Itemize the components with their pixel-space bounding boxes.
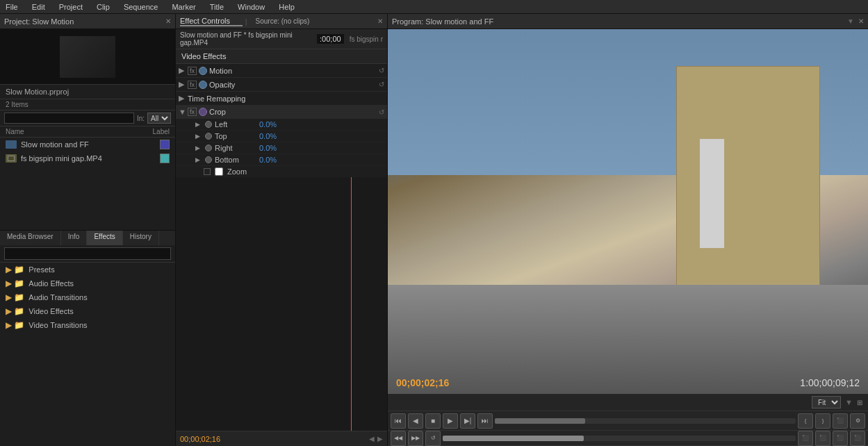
- ec-zoom-icon[interactable]: ▶: [377, 435, 383, 443]
- motion-expand-icon[interactable]: ▶: [179, 66, 186, 75]
- fit-select[interactable]: Fit: [812, 396, 841, 408]
- zoom-dropdown-icon[interactable]: ▼: [845, 398, 853, 406]
- menu-project[interactable]: Project: [56, 3, 85, 11]
- left-expand-icon[interactable]: ▶: [195, 121, 202, 128]
- video-effects-section-label: Video Effects: [176, 49, 387, 64]
- menu-window[interactable]: Window: [235, 3, 268, 11]
- time-remapping-row[interactable]: ▶ Time Remapping: [176, 92, 387, 106]
- stop-btn[interactable]: ■: [425, 413, 441, 429]
- effect-timeline-area: [176, 177, 387, 431]
- tab-effects[interactable]: Effects: [87, 231, 122, 245]
- effects-audio-effects[interactable]: ▶ 📁 Audio Effects: [0, 276, 175, 290]
- time-remap-expand-icon[interactable]: ▶: [179, 94, 186, 103]
- tab-history[interactable]: History: [123, 231, 159, 245]
- top-expand-icon[interactable]: ▶: [195, 133, 202, 140]
- effects-audio-transitions[interactable]: ▶ 📁 Audio Transitions: [0, 290, 175, 304]
- effects-video-transitions[interactable]: ▶ 📁 Video Transitions: [0, 318, 175, 332]
- opacity-effect-icon: [199, 81, 207, 89]
- ec-close-icon[interactable]: ✕: [377, 17, 383, 25]
- transport-progress-bar[interactable]: [495, 418, 796, 424]
- frame-back-btn[interactable]: ◀: [408, 413, 423, 429]
- effects-presets[interactable]: ▶ 📁 Presets: [0, 263, 175, 276]
- shuttle-left-btn[interactable]: ◀◀: [391, 431, 406, 446]
- crop-effect-name: Crop: [209, 108, 377, 116]
- menu-sequence[interactable]: Sequence: [121, 3, 161, 11]
- motion-effect-icon: [199, 67, 207, 75]
- left-property-row[interactable]: ▶ Left 0.0%: [176, 119, 387, 131]
- search-select[interactable]: All: [147, 113, 171, 124]
- menu-clip[interactable]: Clip: [94, 3, 113, 11]
- left-prop-value[interactable]: 0.0%: [259, 120, 277, 129]
- bottom-property-row[interactable]: ▶ Bottom 0.0%: [176, 154, 387, 166]
- safe-margins-icon[interactable]: ⊞: [857, 399, 862, 406]
- program-close-icon[interactable]: ✕: [858, 17, 864, 25]
- step-forward-btn[interactable]: ⏭: [477, 413, 493, 429]
- right-expand-icon[interactable]: ▶: [195, 144, 202, 151]
- effects-video-effects[interactable]: ▶ 📁 Video Effects: [0, 304, 175, 318]
- crop-effect-row[interactable]: ▼ fx Crop ↺: [176, 106, 387, 119]
- menu-file[interactable]: File: [3, 3, 21, 11]
- search-bar: In: All: [0, 110, 175, 126]
- in-point-btn[interactable]: {: [798, 413, 813, 429]
- shuttle-right-btn[interactable]: ▶▶: [408, 431, 423, 446]
- item-color-swatch-2: [160, 154, 170, 163]
- overwrite-btn[interactable]: ⬛: [815, 431, 830, 446]
- lift-btn[interactable]: ⬛: [833, 431, 848, 446]
- source-tab[interactable]: Source: (no clips): [250, 17, 316, 25]
- folder-icon-video: ▶ 📁: [6, 306, 24, 316]
- effects-search-input[interactable]: [4, 247, 171, 260]
- play-btn[interactable]: ▶: [443, 413, 458, 429]
- tab-media-browser[interactable]: Media Browser: [0, 231, 61, 245]
- export-btn[interactable]: ⬛: [833, 413, 848, 429]
- bottom-expand-icon[interactable]: ▶: [195, 156, 202, 163]
- opacity-expand-icon[interactable]: ▶: [179, 80, 186, 89]
- effect-controls-tab[interactable]: Effect Controls: [180, 17, 243, 26]
- project-close-icon[interactable]: ✕: [165, 17, 171, 25]
- zoom-checkbox[interactable]: [215, 167, 223, 176]
- opacity-reset-icon[interactable]: ↺: [379, 81, 384, 88]
- list-item[interactable]: fs bigspin mini gap.MP4: [0, 151, 175, 165]
- menu-help[interactable]: Help: [276, 3, 297, 11]
- project-title: Project: Slow Motion: [4, 17, 163, 26]
- top-property-row[interactable]: ▶ Top 0.0%: [176, 131, 387, 142]
- top-prop-icon: [205, 133, 212, 140]
- folder-icon-audio-trans: ▶ 📁: [6, 292, 24, 302]
- jog-shuttle-bar[interactable]: [443, 436, 796, 441]
- insert-btn[interactable]: ⬛: [798, 431, 813, 446]
- menu-edit[interactable]: Edit: [29, 3, 48, 11]
- col-name: Name: [6, 128, 24, 135]
- motion-effect-row[interactable]: ▶ fx Motion ↺: [176, 64, 387, 78]
- project-panel: Slow Motion.prproj 2 Items In: All Name …: [0, 29, 175, 230]
- bottom-prop-value[interactable]: 0.0%: [259, 156, 277, 164]
- loop-btn[interactable]: ↺: [425, 431, 441, 446]
- list-item[interactable]: Slow motion and FF: [0, 138, 175, 151]
- opacity-effect-row[interactable]: ▶ fx Opacity ↺: [176, 78, 387, 92]
- search-input[interactable]: [4, 113, 134, 124]
- right-property-row[interactable]: ▶ Right 0.0%: [176, 142, 387, 154]
- menu-title[interactable]: Title: [207, 3, 227, 11]
- crop-expand-icon[interactable]: ▼: [179, 108, 186, 116]
- motion-reset-icon[interactable]: ↺: [379, 67, 384, 74]
- out-point-btn[interactable]: }: [815, 413, 830, 429]
- motion-fx-badge: fx: [188, 67, 197, 75]
- crop-reset-icon[interactable]: ↺: [379, 108, 384, 116]
- right-prop-value[interactable]: 0.0%: [259, 144, 277, 152]
- extract-btn[interactable]: ⬛: [850, 431, 865, 446]
- step-back-btn[interactable]: ⏮: [391, 413, 406, 429]
- preview-thumbnail: [60, 36, 115, 78]
- folder-icon-audio: ▶ 📁: [6, 279, 24, 288]
- crop-fx-badge: fx: [188, 108, 197, 116]
- audio-transitions-label: Audio Transitions: [28, 293, 87, 302]
- ec-scroll-icon[interactable]: ◀: [369, 435, 375, 443]
- motion-effect-name: Motion: [209, 67, 377, 75]
- transport-progress-fill: [495, 418, 585, 424]
- tab-info[interactable]: Info: [61, 231, 88, 245]
- frame-forward-btn[interactable]: ▶|: [460, 413, 475, 429]
- settings-btn[interactable]: ⚙: [850, 413, 865, 429]
- top-prop-value[interactable]: 0.0%: [259, 132, 277, 140]
- zoom-row: Zoom: [176, 166, 387, 177]
- menu-marker[interactable]: Marker: [169, 3, 198, 11]
- video-transitions-label: Video Transitions: [28, 321, 87, 329]
- program-monitor-title: Program: Slow motion and FF: [392, 17, 847, 26]
- program-dropdown-icon[interactable]: ▼: [847, 17, 854, 25]
